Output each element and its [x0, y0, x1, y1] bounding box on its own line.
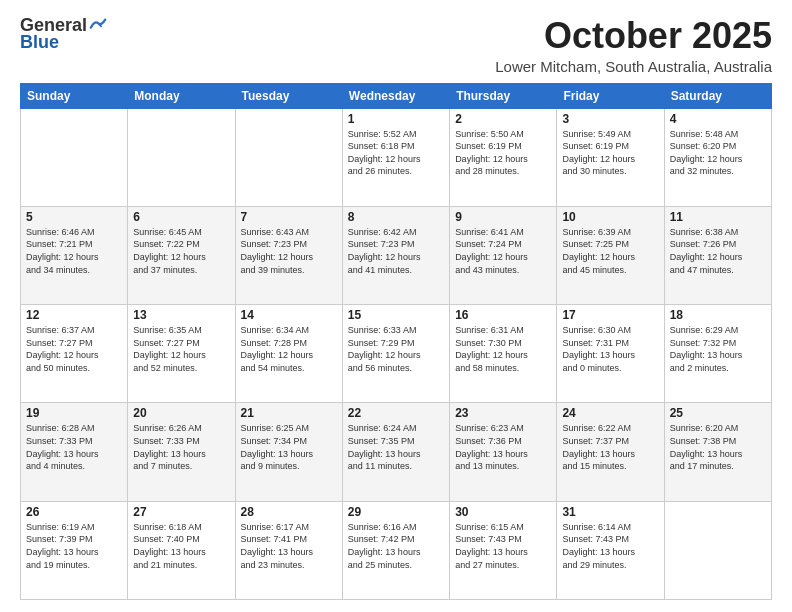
calendar-cell: 16Sunrise: 6:31 AM Sunset: 7:30 PM Dayli…	[450, 305, 557, 403]
calendar-week-row: 5Sunrise: 6:46 AM Sunset: 7:21 PM Daylig…	[21, 206, 772, 304]
calendar-cell: 10Sunrise: 6:39 AM Sunset: 7:25 PM Dayli…	[557, 206, 664, 304]
calendar-cell: 5Sunrise: 6:46 AM Sunset: 7:21 PM Daylig…	[21, 206, 128, 304]
calendar-cell: 6Sunrise: 6:45 AM Sunset: 7:22 PM Daylig…	[128, 206, 235, 304]
day-number: 20	[133, 406, 229, 420]
day-number: 4	[670, 112, 766, 126]
calendar-cell: 21Sunrise: 6:25 AM Sunset: 7:34 PM Dayli…	[235, 403, 342, 501]
day-info: Sunrise: 6:41 AM Sunset: 7:24 PM Dayligh…	[455, 226, 551, 276]
day-number: 27	[133, 505, 229, 519]
day-number: 11	[670, 210, 766, 224]
day-info: Sunrise: 6:38 AM Sunset: 7:26 PM Dayligh…	[670, 226, 766, 276]
day-number: 7	[241, 210, 337, 224]
day-number: 17	[562, 308, 658, 322]
day-info: Sunrise: 5:49 AM Sunset: 6:19 PM Dayligh…	[562, 128, 658, 178]
day-number: 13	[133, 308, 229, 322]
day-number: 25	[670, 406, 766, 420]
day-number: 5	[26, 210, 122, 224]
calendar-cell: 18Sunrise: 6:29 AM Sunset: 7:32 PM Dayli…	[664, 305, 771, 403]
calendar-cell: 30Sunrise: 6:15 AM Sunset: 7:43 PM Dayli…	[450, 501, 557, 599]
day-number: 19	[26, 406, 122, 420]
page-title: October 2025	[495, 16, 772, 56]
day-info: Sunrise: 6:15 AM Sunset: 7:43 PM Dayligh…	[455, 521, 551, 571]
day-number: 23	[455, 406, 551, 420]
day-number: 3	[562, 112, 658, 126]
calendar-cell: 15Sunrise: 6:33 AM Sunset: 7:29 PM Dayli…	[342, 305, 449, 403]
calendar-cell: 29Sunrise: 6:16 AM Sunset: 7:42 PM Dayli…	[342, 501, 449, 599]
day-number: 24	[562, 406, 658, 420]
day-info: Sunrise: 6:33 AM Sunset: 7:29 PM Dayligh…	[348, 324, 444, 374]
day-info: Sunrise: 6:42 AM Sunset: 7:23 PM Dayligh…	[348, 226, 444, 276]
calendar-week-row: 12Sunrise: 6:37 AM Sunset: 7:27 PM Dayli…	[21, 305, 772, 403]
calendar-cell: 24Sunrise: 6:22 AM Sunset: 7:37 PM Dayli…	[557, 403, 664, 501]
day-info: Sunrise: 6:34 AM Sunset: 7:28 PM Dayligh…	[241, 324, 337, 374]
day-number: 2	[455, 112, 551, 126]
calendar-cell: 12Sunrise: 6:37 AM Sunset: 7:27 PM Dayli…	[21, 305, 128, 403]
calendar-day-header: Friday	[557, 83, 664, 108]
day-number: 15	[348, 308, 444, 322]
day-info: Sunrise: 6:23 AM Sunset: 7:36 PM Dayligh…	[455, 422, 551, 472]
calendar-cell: 7Sunrise: 6:43 AM Sunset: 7:23 PM Daylig…	[235, 206, 342, 304]
day-info: Sunrise: 6:45 AM Sunset: 7:22 PM Dayligh…	[133, 226, 229, 276]
page: General Blue October 2025 Lower Mitcham,…	[0, 0, 792, 612]
header-right: October 2025 Lower Mitcham, South Austra…	[495, 16, 772, 75]
day-info: Sunrise: 6:30 AM Sunset: 7:31 PM Dayligh…	[562, 324, 658, 374]
day-info: Sunrise: 6:14 AM Sunset: 7:43 PM Dayligh…	[562, 521, 658, 571]
day-info: Sunrise: 5:50 AM Sunset: 6:19 PM Dayligh…	[455, 128, 551, 178]
day-number: 28	[241, 505, 337, 519]
header: General Blue October 2025 Lower Mitcham,…	[20, 16, 772, 75]
day-info: Sunrise: 6:39 AM Sunset: 7:25 PM Dayligh…	[562, 226, 658, 276]
calendar-table: SundayMondayTuesdayWednesdayThursdayFrid…	[20, 83, 772, 600]
page-subtitle: Lower Mitcham, South Australia, Australi…	[495, 58, 772, 75]
calendar-day-header: Thursday	[450, 83, 557, 108]
calendar-cell: 13Sunrise: 6:35 AM Sunset: 7:27 PM Dayli…	[128, 305, 235, 403]
calendar-cell: 3Sunrise: 5:49 AM Sunset: 6:19 PM Daylig…	[557, 108, 664, 206]
day-info: Sunrise: 5:52 AM Sunset: 6:18 PM Dayligh…	[348, 128, 444, 178]
day-info: Sunrise: 6:16 AM Sunset: 7:42 PM Dayligh…	[348, 521, 444, 571]
day-number: 1	[348, 112, 444, 126]
logo: General Blue	[20, 16, 107, 53]
day-info: Sunrise: 6:24 AM Sunset: 7:35 PM Dayligh…	[348, 422, 444, 472]
calendar-day-header: Sunday	[21, 83, 128, 108]
calendar-week-row: 1Sunrise: 5:52 AM Sunset: 6:18 PM Daylig…	[21, 108, 772, 206]
calendar-cell: 23Sunrise: 6:23 AM Sunset: 7:36 PM Dayli…	[450, 403, 557, 501]
day-info: Sunrise: 6:46 AM Sunset: 7:21 PM Dayligh…	[26, 226, 122, 276]
calendar-cell: 14Sunrise: 6:34 AM Sunset: 7:28 PM Dayli…	[235, 305, 342, 403]
day-number: 6	[133, 210, 229, 224]
day-number: 16	[455, 308, 551, 322]
calendar-cell	[128, 108, 235, 206]
calendar-day-header: Monday	[128, 83, 235, 108]
logo-blue-text: Blue	[20, 32, 59, 53]
logo-bird-icon	[89, 18, 107, 32]
calendar-cell: 31Sunrise: 6:14 AM Sunset: 7:43 PM Dayli…	[557, 501, 664, 599]
calendar-cell: 9Sunrise: 6:41 AM Sunset: 7:24 PM Daylig…	[450, 206, 557, 304]
day-info: Sunrise: 6:25 AM Sunset: 7:34 PM Dayligh…	[241, 422, 337, 472]
calendar-day-header: Wednesday	[342, 83, 449, 108]
day-number: 14	[241, 308, 337, 322]
calendar-cell: 2Sunrise: 5:50 AM Sunset: 6:19 PM Daylig…	[450, 108, 557, 206]
day-number: 30	[455, 505, 551, 519]
calendar-cell: 11Sunrise: 6:38 AM Sunset: 7:26 PM Dayli…	[664, 206, 771, 304]
day-number: 22	[348, 406, 444, 420]
calendar-header-row: SundayMondayTuesdayWednesdayThursdayFrid…	[21, 83, 772, 108]
calendar-day-header: Saturday	[664, 83, 771, 108]
day-info: Sunrise: 6:20 AM Sunset: 7:38 PM Dayligh…	[670, 422, 766, 472]
day-info: Sunrise: 5:48 AM Sunset: 6:20 PM Dayligh…	[670, 128, 766, 178]
day-number: 8	[348, 210, 444, 224]
calendar-week-row: 19Sunrise: 6:28 AM Sunset: 7:33 PM Dayli…	[21, 403, 772, 501]
day-number: 26	[26, 505, 122, 519]
day-number: 18	[670, 308, 766, 322]
day-info: Sunrise: 6:22 AM Sunset: 7:37 PM Dayligh…	[562, 422, 658, 472]
day-number: 31	[562, 505, 658, 519]
calendar-cell	[664, 501, 771, 599]
day-number: 9	[455, 210, 551, 224]
calendar-week-row: 26Sunrise: 6:19 AM Sunset: 7:39 PM Dayli…	[21, 501, 772, 599]
day-info: Sunrise: 6:26 AM Sunset: 7:33 PM Dayligh…	[133, 422, 229, 472]
day-info: Sunrise: 6:28 AM Sunset: 7:33 PM Dayligh…	[26, 422, 122, 472]
calendar-cell: 28Sunrise: 6:17 AM Sunset: 7:41 PM Dayli…	[235, 501, 342, 599]
calendar-cell	[235, 108, 342, 206]
day-number: 21	[241, 406, 337, 420]
day-info: Sunrise: 6:43 AM Sunset: 7:23 PM Dayligh…	[241, 226, 337, 276]
calendar-cell	[21, 108, 128, 206]
calendar-cell: 1Sunrise: 5:52 AM Sunset: 6:18 PM Daylig…	[342, 108, 449, 206]
calendar-cell: 17Sunrise: 6:30 AM Sunset: 7:31 PM Dayli…	[557, 305, 664, 403]
